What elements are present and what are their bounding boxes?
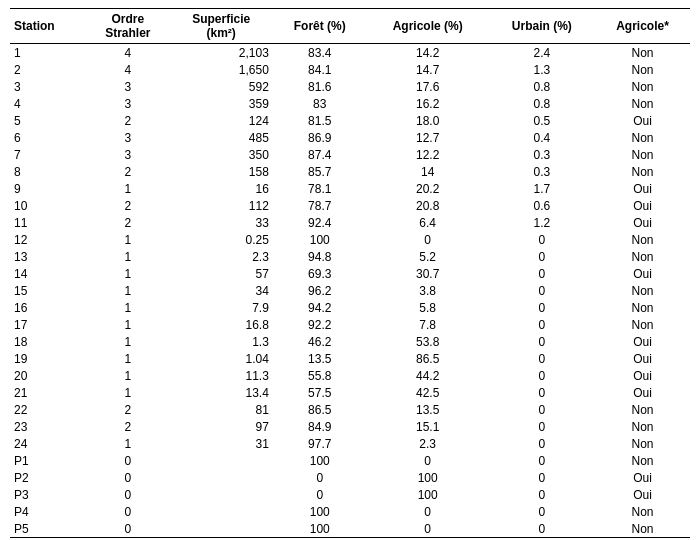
table-row: 1415769.330.70Oui (10, 265, 690, 282)
table-cell: 15.1 (367, 418, 489, 435)
table-cell: 97 (170, 418, 273, 435)
table-cell: Non (595, 146, 690, 163)
table-cell: 20 (10, 367, 86, 384)
table-cell: 18.0 (367, 112, 489, 129)
table-cell: 0 (273, 486, 367, 503)
table-row: P1010000Non (10, 452, 690, 469)
table-cell: Non (595, 163, 690, 180)
table-cell: 112 (170, 197, 273, 214)
table-cell: 1 (86, 265, 169, 282)
table-cell: 1 (86, 180, 169, 197)
table-cell: 6.4 (367, 214, 489, 231)
table-cell: 2 (10, 61, 86, 78)
table-cell: 0.3 (489, 163, 595, 180)
table-cell: 0.8 (489, 95, 595, 112)
table-cell: 33 (170, 214, 273, 231)
table-row: 1123392.46.41.2Oui (10, 214, 690, 231)
table-cell: 13.5 (273, 350, 367, 367)
table-cell: 30.7 (367, 265, 489, 282)
table-cell: 3 (86, 78, 169, 95)
table-cell: Non (595, 248, 690, 265)
table-cell: Non (595, 78, 690, 95)
table-cell: Non (595, 316, 690, 333)
table-cell: Oui (595, 214, 690, 231)
table-cell: 1 (10, 44, 86, 62)
table-cell: 53.8 (367, 333, 489, 350)
table-cell: 2 (86, 418, 169, 435)
col-header-foret: Forêt (%) (273, 9, 367, 44)
table-cell: Oui (595, 486, 690, 503)
table-cell: 85.7 (273, 163, 367, 180)
table-cell: 100 (273, 503, 367, 520)
table-cell: Non (595, 401, 690, 418)
table-cell: Oui (595, 265, 690, 282)
table-cell: 57.5 (273, 384, 367, 401)
table-cell: 0 (489, 520, 595, 538)
table-cell: 14 (367, 163, 489, 180)
table-cell: 2.3 (170, 248, 273, 265)
table-cell: 1 (86, 248, 169, 265)
table-cell: 1 (86, 316, 169, 333)
table-cell: Non (595, 418, 690, 435)
table-cell: 2.3 (367, 435, 489, 452)
table-cell: 19 (10, 350, 86, 367)
table-cell: 1.3 (170, 333, 273, 350)
table-cell: 17 (10, 316, 86, 333)
table-cell: 10 (10, 197, 86, 214)
table-cell: Non (595, 44, 690, 62)
table-cell: 0.6 (489, 197, 595, 214)
table-cell: 0 (86, 486, 169, 503)
table-cell: 83.4 (273, 44, 367, 62)
table-cell: 0 (367, 503, 489, 520)
table-cell: Non (595, 452, 690, 469)
table-cell: 1.3 (489, 61, 595, 78)
table-row: 2413197.72.30Non (10, 435, 690, 452)
table-cell: 42.5 (367, 384, 489, 401)
table-cell: 14.7 (367, 61, 489, 78)
table-row: 1210.2510000Non (10, 231, 690, 248)
table-cell: 84.9 (273, 418, 367, 435)
table-cell: Oui (595, 384, 690, 401)
table-cell: 0 (489, 299, 595, 316)
table-cell: 0 (86, 452, 169, 469)
table-cell: 0 (489, 418, 595, 435)
col-header-urbain: Urbain (%) (489, 9, 595, 44)
table-cell: 0 (489, 503, 595, 520)
table-cell: 15 (10, 282, 86, 299)
table-cell: 485 (170, 129, 273, 146)
table-cell: 9 (10, 180, 86, 197)
col-header-agricole: Agricole (%) (367, 9, 489, 44)
table-cell: 0 (86, 469, 169, 486)
table-cell: 124 (170, 112, 273, 129)
table-cell: 2,103 (170, 44, 273, 62)
table-cell: 12.2 (367, 146, 489, 163)
table-cell: 86.5 (367, 350, 489, 367)
table-row: 17116.892.27.80Non (10, 316, 690, 333)
table-cell: 0 (489, 384, 595, 401)
table-cell: 46.2 (273, 333, 367, 350)
table-cell: Non (595, 435, 690, 452)
table-cell: 0 (86, 520, 169, 538)
table-cell: 2.4 (489, 44, 595, 62)
table-cell: 87.4 (273, 146, 367, 163)
table-cell: 0 (367, 231, 489, 248)
table-cell: 81.6 (273, 78, 367, 95)
table-cell: 0 (489, 401, 595, 418)
table-cell: 92.4 (273, 214, 367, 231)
table-cell: 3.8 (367, 282, 489, 299)
table-row: 142,10383.414.22.4Non (10, 44, 690, 62)
table-cell: 34 (170, 282, 273, 299)
table-cell: 5.8 (367, 299, 489, 316)
table-cell: Non (595, 231, 690, 248)
table-cell: 0 (489, 333, 595, 350)
table-cell: Non (595, 61, 690, 78)
data-table: Station OrdreStrahler Superficie(km²) Fo… (10, 8, 690, 538)
table-cell: 31 (170, 435, 273, 452)
table-cell: 81 (170, 401, 273, 418)
table-cell: Oui (595, 112, 690, 129)
table-cell (170, 452, 273, 469)
table-cell: 69.3 (273, 265, 367, 282)
table-row: 8215885.7140.3Non (10, 163, 690, 180)
table-cell: P5 (10, 520, 86, 538)
table-cell: 1.7 (489, 180, 595, 197)
